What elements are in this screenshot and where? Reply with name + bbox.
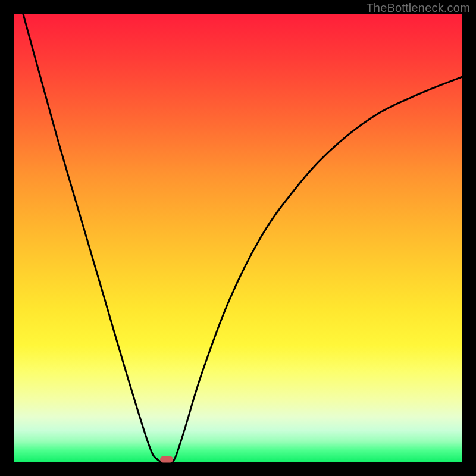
watermark-text: TheBottleneck.com (366, 1, 470, 15)
minimum-marker (160, 456, 173, 463)
chart-frame: TheBottleneck.com (0, 0, 476, 476)
bottleneck-curve (23, 14, 462, 462)
curve-svg (14, 14, 462, 462)
plot-area (14, 14, 462, 462)
